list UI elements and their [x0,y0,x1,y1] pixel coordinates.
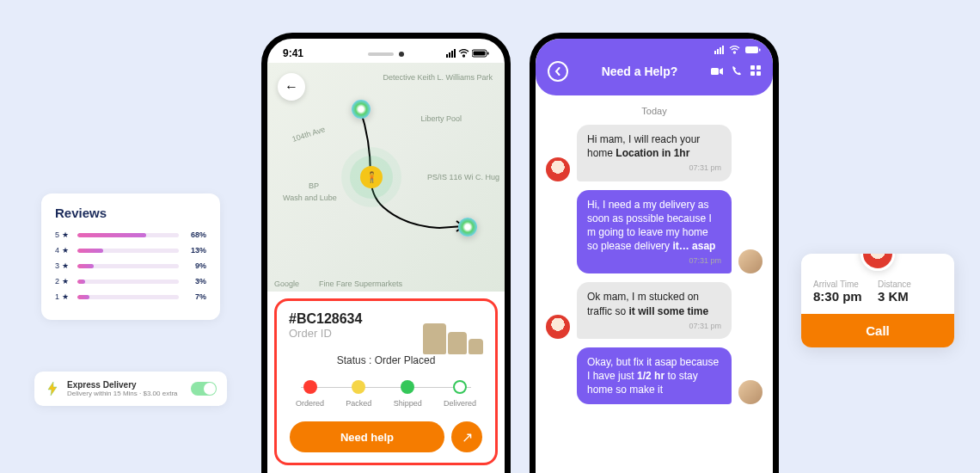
svg-rect-9 [756,71,761,76]
progress-step: Shipped [394,380,422,408]
wifi-icon [729,46,740,54]
chat-body[interactable]: Today Hi mam, I will reach your home Loc… [536,95,773,420]
route-path [267,63,505,292]
review-bar [77,280,179,284]
product-image [423,311,483,354]
express-text: Express Delivery Delivery within 15 Mins… [67,380,191,397]
chat-day-label: Today [546,106,763,116]
progress-step: Ordered [296,380,324,408]
distance-col: Distance 3 KM [878,280,942,304]
review-percent: 7% [186,292,206,301]
svg-rect-7 [756,65,761,70]
message-row: Ok mam, I m stucked on traffic so it wil… [546,282,763,339]
grid-icon[interactable] [750,65,761,78]
step-label: Delivered [444,399,476,408]
svg-rect-5 [711,68,719,75]
order-card: #BC128634 Order ID Status : Order Placed… [274,298,498,465]
phone-notch [360,47,412,61]
step-label: Ordered [296,399,324,408]
distance-value: 3 KM [878,289,942,304]
review-star-count: 2 ★ [55,277,70,286]
call-button[interactable]: Call [801,314,954,347]
svg-rect-1 [474,52,486,56]
step-dot [352,380,365,394]
review-percent: 9% [186,261,206,270]
step-label: Packed [346,399,371,408]
chat-header-icons [711,65,761,78]
review-bar [77,295,179,299]
chat-back-button[interactable] [548,61,568,82]
message-time: 07:31 pm [587,255,721,266]
svg-rect-3 [745,46,758,53]
status-icons [446,49,489,58]
step-dot [303,380,317,394]
review-bar [77,233,179,237]
destination-pin[interactable] [458,218,477,236]
message-time: 07:31 pm [587,163,721,173]
map-area[interactable]: ← Detective Keith L. Williams Park Liber… [267,63,505,292]
review-star-count: 1 ★ [55,292,70,301]
origin-pin[interactable] [352,100,371,119]
signal-icon [446,49,456,58]
driver-avatar [861,254,895,271]
review-row: 3 ★ 9% [55,261,206,270]
phone-icon[interactable] [732,65,742,78]
express-title: Express Delivery [67,380,191,390]
review-star-count: 3 ★ [55,261,70,270]
lightning-icon [45,381,60,396]
step-label: Shipped [394,399,422,408]
status-bar [536,39,773,56]
battery-icon [472,49,489,58]
step-dot [453,380,467,394]
reviews-card: Reviews 5 ★ 68%4 ★ 13%3 ★ 9%2 ★ 3%1 ★ 7% [41,194,220,320]
user-avatar [738,249,763,273]
message-bubble: Hi mam, I will reach your home Location … [577,125,732,181]
review-percent: 3% [186,277,206,286]
user-avatar [738,380,763,404]
order-status: Status : Order Placed [289,354,483,366]
express-toggle[interactable] [191,382,217,396]
review-row: 2 ★ 3% [55,277,206,286]
message-bubble: Okay, but fix it asap because I have jus… [577,347,732,405]
express-subtitle: Delivery within 15 Mins · $3.00 extra [67,390,191,397]
wifi-icon [458,49,469,58]
review-row: 1 ★ 7% [55,292,206,301]
review-row: 5 ★ 68% [55,230,206,239]
chat-phone: Need a Help? Today Hi mam, I will reach … [530,33,779,473]
driver-avatar [546,157,570,181]
need-help-button[interactable]: Need help [290,421,444,452]
status-time: 9:41 [283,47,303,59]
order-tracking-phone: 9:41 ← Detective Keith L. Williams Park … [261,33,511,473]
message-time: 07:31 pm [587,321,721,331]
chat-header: Need a Help? [536,56,773,95]
driver-avatar [546,315,570,339]
svg-rect-8 [750,71,755,76]
message-bubble: Ok mam, I m stucked on traffic so it wil… [577,282,732,339]
chevron-left-icon [554,67,562,76]
review-bar [77,264,179,268]
review-percent: 13% [186,246,206,255]
message-bubble: Hi, I need a my delivery as soon as poss… [577,190,732,274]
chat-title: Need a Help? [568,64,711,78]
video-icon[interactable] [711,65,723,78]
actions-row: Need help ↗ [289,421,483,452]
progress-step: Packed [346,380,371,408]
share-icon: ↗ [462,429,473,445]
arrival-time-value: 8:30 pm [813,289,878,304]
share-button[interactable]: ↗ [451,421,482,452]
step-dot [401,380,414,394]
message-row: Okay, but fix it asap because I have jus… [546,347,763,405]
review-bar [77,249,179,253]
current-location-pin[interactable]: 🧍 [360,166,383,188]
svg-rect-4 [759,49,761,52]
distance-label: Distance [878,280,942,289]
call-card: Arrival Time 8:30 pm Distance 3 KM Call [801,254,954,347]
review-percent: 68% [186,230,206,239]
express-delivery-card: Express Delivery Delivery within 15 Mins… [34,372,227,406]
review-row: 4 ★ 13% [55,246,206,255]
signal-icon [714,46,724,54]
arrival-time-col: Arrival Time 8:30 pm [813,280,878,304]
progress-steps: Ordered Packed Shipped Delivered [289,380,483,408]
toggle-knob [204,383,216,395]
message-row: Hi mam, I will reach your home Location … [546,125,763,181]
